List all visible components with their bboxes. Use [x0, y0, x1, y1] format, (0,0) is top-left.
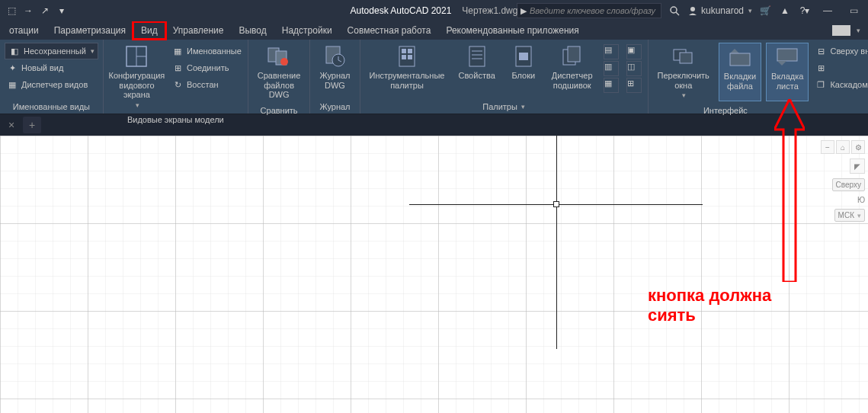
wcs-dropdown[interactable]: МСК▾	[834, 209, 865, 222]
blocks-label: Блоки	[511, 71, 535, 81]
svg-rect-29	[730, 53, 750, 66]
view-top-label: Сверху	[836, 181, 861, 189]
sheet-set-icon	[560, 44, 585, 69]
new-view-icon: ✦	[6, 62, 18, 74]
restore-button[interactable]: ↻Восстан	[170, 76, 243, 93]
named-button[interactable]: ▦Именованные	[170, 43, 243, 59]
file-tabs-button[interactable]: Вкладки файла	[719, 43, 761, 101]
layout-tabs-button[interactable]: Вкладка листа	[766, 43, 809, 101]
palette-small-1-icon[interactable]: ▤	[604, 44, 619, 59]
tool-palettes-button[interactable]: Инструментальные палитры	[365, 43, 450, 97]
blocks-button[interactable]: Блоки	[504, 43, 543, 97]
chevron-down-icon: ▾	[682, 91, 686, 99]
cascade-icon: ❐	[815, 78, 827, 91]
menubar: отации Параметризация Вид Управление Выв…	[0, 21, 868, 40]
user-menu[interactable]: kukunarod ▾	[687, 5, 752, 16]
cascade-button[interactable]: ❐Каскадом	[813, 76, 868, 93]
viewcube-corner-icon[interactable]: ◤	[850, 158, 865, 174]
panel-toggle-icon[interactable]	[832, 25, 850, 36]
view-icon: ◧	[8, 45, 21, 57]
panel-compare: Сравнение файлов DWG Сравнить	[248, 40, 311, 114]
svg-rect-23	[519, 53, 528, 60]
svg-point-0	[671, 7, 677, 13]
palette-small-4-icon[interactable]: ▣	[626, 44, 642, 59]
view-manager-button[interactable]: ▦Диспетчер видов	[5, 76, 98, 93]
menu-annotations[interactable]: отации	[2, 22, 46, 39]
help-icon[interactable]: ?▾	[798, 4, 812, 18]
svg-point-8	[280, 58, 288, 66]
menu-collab[interactable]: Совместная работа	[340, 22, 439, 39]
cascade-label: Каскадом	[830, 80, 867, 89]
compare-label: Сравнение файлов DWG	[258, 71, 301, 100]
palette-small-5-icon[interactable]: ◫	[626, 61, 642, 76]
panel-named-views: ◧Несохраненный ▾ ✦Новый вид ▦Диспетчер в…	[0, 40, 104, 114]
cart-icon[interactable]: 🛒	[758, 4, 772, 18]
new-drawing-button[interactable]: +	[23, 117, 41, 133]
palette-small-2-icon[interactable]: ▥	[604, 61, 619, 76]
tile-vert-icon: ⊞	[815, 62, 827, 74]
palette-small-3-icon[interactable]: ▦	[604, 78, 619, 93]
menu-manage[interactable]: Управление	[165, 22, 232, 39]
svg-rect-33	[0, 136, 868, 413]
ribbon: ◧Несохраненный ▾ ✦Новый вид ▦Диспетчер в…	[0, 40, 868, 114]
file-tabs-icon	[728, 45, 752, 69]
svg-line-1	[676, 12, 679, 15]
chevron-down-icon: ▾	[857, 212, 861, 219]
config-label: Конфигурация видового экрана	[109, 71, 165, 100]
menu-right: ▾	[832, 25, 868, 36]
compass-south: Ю	[857, 196, 865, 204]
viewport-controls: − ⌂ ⚙ ◤ Сверху Ю МСК▾	[827, 136, 868, 226]
qat-arrow-icon[interactable]: →	[21, 4, 35, 18]
search-icon[interactable]	[668, 4, 681, 18]
svg-rect-25	[568, 46, 580, 62]
minimize-button[interactable]: —	[818, 3, 838, 18]
qat-home-icon[interactable]: ⬚	[5, 4, 18, 18]
viewcube-top[interactable]: Сверху	[832, 178, 865, 191]
new-view-button[interactable]: ✦Новый вид	[5, 59, 98, 76]
qat-dropdown-icon[interactable]: ▾	[55, 4, 69, 18]
history-icon	[322, 44, 347, 69]
panel-history: Журнал DWG Журнал	[310, 40, 360, 114]
file-tabs-label: Вкладки файла	[724, 72, 756, 91]
chevron-down-icon[interactable]: ▾	[857, 27, 860, 34]
history-button[interactable]: Журнал DWG	[315, 43, 354, 97]
tile-horiz-icon: ⊟	[815, 45, 827, 57]
sheet-set-button[interactable]: Диспетчер подшивок	[547, 43, 597, 97]
panel-interface: Переключить окна ▾ Вкладки файла Вкладка…	[649, 40, 868, 114]
switch-windows-button[interactable]: Переключить окна ▾	[653, 43, 714, 101]
nav-gear-icon[interactable]: ⚙	[851, 140, 865, 154]
menu-output[interactable]: Вывод	[231, 22, 274, 39]
svg-rect-18	[469, 46, 485, 66]
tile-vert-button[interactable]: ⊞	[813, 59, 868, 76]
nav-minus-icon[interactable]: −	[821, 140, 834, 154]
palette-small-6-icon[interactable]: ⊞	[626, 78, 642, 93]
properties-label: Свойства	[458, 71, 495, 81]
menu-featured[interactable]: Рекомендованные приложения	[438, 22, 586, 39]
nav-home-icon[interactable]: ⌂	[836, 140, 850, 154]
join-button[interactable]: ⊞Соединить	[170, 59, 243, 76]
tool-palettes-label: Инструментальные палитры	[370, 71, 445, 90]
panel-label[interactable]: Палитры▾	[360, 100, 648, 114]
viewport-config-button[interactable]: Конфигурация видового экрана ▾	[108, 43, 165, 110]
maximize-button[interactable]: ▭	[844, 3, 863, 18]
menu-addins[interactable]: Надстройки	[274, 22, 340, 39]
tool-palettes-icon	[395, 44, 419, 69]
svg-rect-15	[408, 49, 412, 53]
search-input[interactable]: ▶ Введите ключевое слово/фразу	[517, 3, 661, 18]
tile-horiz-button[interactable]: ⊟Сверху вн	[813, 43, 868, 59]
autodesk-icon[interactable]: ▲	[778, 4, 792, 18]
unsaved-view-dropdown[interactable]: ◧Несохраненный ▾	[5, 43, 98, 59]
switch-windows-icon	[671, 44, 696, 69]
compare-dwg-button[interactable]: Сравнение файлов DWG	[253, 43, 306, 101]
close-drawing-button[interactable]: ×	[0, 114, 23, 136]
qat-share-icon[interactable]: ↗	[38, 4, 52, 18]
menu-parametrization[interactable]: Параметризация	[46, 22, 133, 39]
drawing-canvas[interactable]	[0, 136, 868, 413]
menu-view[interactable]: Вид	[133, 22, 165, 39]
named-label: Именованные	[187, 46, 242, 56]
user-name: kukunarod	[701, 5, 744, 16]
panel-label: Видовые экраны модели	[104, 114, 248, 126]
view-mgr-icon: ▦	[6, 78, 18, 91]
properties-button[interactable]: Свойства	[453, 43, 499, 97]
svg-rect-30	[777, 49, 797, 61]
